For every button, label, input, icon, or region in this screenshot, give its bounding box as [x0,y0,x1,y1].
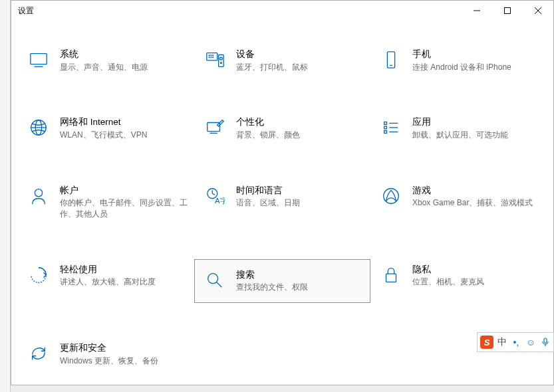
tile-title: 隐私 [412,264,541,276]
svg-rect-38 [544,338,547,343]
tile-sub: 蓝牙、打印机、鼠标 [236,62,364,73]
svg-line-32 [212,193,215,195]
tile-system[interactable]: 系统 显示、声音、通知、电源 [18,44,194,77]
tile-sub: 卸载、默认应用、可选功能 [412,130,541,141]
devices-icon [200,49,229,70]
tile-sub: 语音、区域、日期 [236,197,364,209]
tile-title: 手机 [412,49,541,60]
tile-privacy[interactable]: 隐私 位置、相机、麦克风 [370,259,547,303]
tile-title: 帐户 [60,185,188,197]
tile-update-security[interactable]: 更新和安全 Windows 更新、恢复、备份 [18,338,194,371]
apps-icon [376,116,406,138]
ime-mic-icon[interactable] [540,337,551,347]
svg-point-15 [220,62,221,64]
tile-title: 游戏 [412,185,541,197]
tile-sub: 位置、相机、麦克风 [412,276,541,288]
phone-icon [376,49,406,70]
system-icon [24,49,53,70]
update-icon [24,342,53,363]
tile-sub: 讲述人、放大镜、高对比度 [60,276,188,288]
settings-window: 设置 系统 显示、声音、通知、电源 设备 [11,0,554,385]
background-window-edge [0,0,11,392]
svg-point-9 [213,55,213,56]
tile-sub: 显示、声音、通知、电源 [60,62,188,73]
ime-punct-icon[interactable]: •, [511,337,521,347]
ime-logo-icon[interactable]: S [480,336,493,349]
svg-rect-1 [505,8,511,14]
titlebar[interactable]: 设置 [11,1,553,21]
tile-phone[interactable]: 手机 连接 Android 设备和 iPhone [370,44,547,77]
svg-point-8 [211,55,211,56]
svg-point-7 [209,55,209,56]
tile-gaming[interactable]: 游戏 Xbox Game Bar、捕获、游戏模式 [370,180,547,225]
tile-sub: 你的帐户、电子邮件、同步设置、工作、其他人员 [60,197,188,220]
ime-toolbar[interactable]: S 中 •, ☺ [477,332,554,352]
globe-icon [24,116,53,138]
accounts-icon [24,185,53,206]
privacy-icon [376,264,406,285]
tile-sub: Windows 更新、恢复、备份 [60,355,188,367]
svg-text:A字: A字 [215,197,225,205]
svg-rect-37 [386,274,396,282]
tile-devices[interactable]: 设备 蓝牙、打印机、鼠标 [194,44,370,77]
svg-rect-27 [384,131,387,134]
tile-title: 更新和安全 [60,342,188,354]
svg-line-36 [217,282,222,288]
tile-time-language[interactable]: A字 时间和语言 语音、区域、日期 [194,180,370,225]
tile-title: 个性化 [236,116,364,128]
tile-sub: 背景、锁屏、颜色 [236,130,364,141]
tile-ease-of-access[interactable]: 轻松使用 讲述人、放大镜、高对比度 [18,259,194,303]
tile-sub: 连接 Android 设备和 iPhone [412,62,541,73]
svg-rect-6 [207,53,217,60]
svg-rect-13 [219,55,224,67]
ime-emoji-icon[interactable]: ☺ [525,337,536,347]
tile-network[interactable]: 网络和 Internet WLAN、飞行模式、VPN [18,112,194,145]
svg-rect-4 [31,54,47,64]
minimize-button[interactable] [462,1,492,21]
tile-title: 搜索 [236,269,364,281]
settings-grid: 系统 显示、声音、通知、电源 设备 蓝牙、打印机、鼠标 手机 连接 Androi… [11,21,553,378]
ease-of-access-icon [24,264,53,285]
svg-rect-25 [384,126,387,129]
maximize-button[interactable] [492,1,523,21]
ime-lang[interactable]: 中 [497,336,507,348]
svg-point-29 [35,189,42,196]
tile-apps[interactable]: 应用 卸载、默认应用、可选功能 [370,112,547,145]
gaming-icon [376,185,406,206]
tile-search[interactable]: 搜索 查找我的文件、权限 [194,259,370,303]
svg-point-10 [209,57,209,58]
tile-title: 轻松使用 [60,264,188,276]
svg-point-11 [211,57,211,58]
tile-personalization[interactable]: 个性化 背景、锁屏、颜色 [194,112,370,145]
tile-sub: WLAN、飞行模式、VPN [60,130,188,141]
personalization-icon [200,116,229,138]
close-button[interactable] [523,1,553,21]
tile-title: 应用 [412,116,541,128]
tile-sub: Xbox Game Bar、捕获、游戏模式 [412,197,541,209]
svg-point-35 [208,274,218,284]
time-language-icon: A字 [200,185,229,206]
search-icon [200,269,229,290]
tile-title: 设备 [236,49,364,60]
svg-point-14 [220,57,223,60]
svg-rect-23 [384,122,387,125]
tile-accounts[interactable]: 帐户 你的帐户、电子邮件、同步设置、工作、其他人员 [18,180,194,225]
window-title: 设置 [18,5,34,17]
tile-title: 系统 [60,49,188,60]
tile-title: 网络和 Internet [60,116,188,128]
tile-sub: 查找我的文件、权限 [236,282,364,293]
svg-point-12 [213,57,213,58]
tile-title: 时间和语言 [236,185,364,197]
